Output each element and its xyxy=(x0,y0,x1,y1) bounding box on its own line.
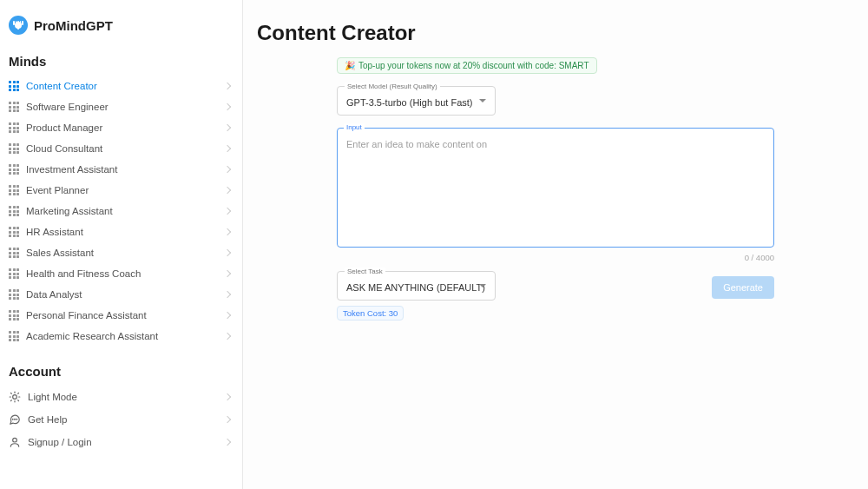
apps-grid-icon xyxy=(9,289,19,300)
minds-list: Content CreatorSoftware EngineerProduct … xyxy=(0,76,242,347)
task-select[interactable]: Select Task ASK ME ANYTHING (DEFAULT) xyxy=(337,271,496,301)
sidebar-item-label: Software Engineer xyxy=(26,102,108,112)
chevron-right-icon xyxy=(224,393,231,400)
promo-banner[interactable]: 🎉 Top-up your tokens now at 20% discount… xyxy=(337,57,597,74)
sidebar-item-mind[interactable]: Academic Research Assistant xyxy=(0,326,242,347)
sidebar-item-label: Investment Assistant xyxy=(26,164,117,175)
sidebar-item-mind[interactable]: Health and Fitness Coach xyxy=(0,263,242,284)
sidebar-item-mind[interactable]: Sales Assistant xyxy=(0,242,242,263)
sidebar-item-label: Sales Assistant xyxy=(26,248,94,258)
apps-grid-icon xyxy=(9,206,19,216)
sidebar-item-mind[interactable]: Content Creator xyxy=(0,76,242,96)
sidebar-item-mind[interactable]: HR Assistant xyxy=(0,221,242,242)
account-list: Light ModeGet HelpSignup / Login xyxy=(0,386,242,453)
sidebar-item-label: Content Creator xyxy=(26,81,97,91)
sidebar-item-account[interactable]: Light Mode xyxy=(0,386,242,408)
sidebar-item-label: Personal Finance Assistant xyxy=(26,310,147,320)
chevron-right-icon xyxy=(224,103,231,110)
apps-grid-icon xyxy=(9,331,19,341)
chat-icon xyxy=(9,413,21,426)
chevron-right-icon xyxy=(224,249,231,256)
user-icon xyxy=(9,436,21,448)
chevron-down-icon xyxy=(479,284,486,287)
sidebar-item-label: Health and Fitness Coach xyxy=(26,268,141,279)
apps-grid-icon xyxy=(9,164,19,175)
form-area: 🎉 Top-up your tokens now at 20% discount… xyxy=(337,57,774,320)
sidebar: ProMindGPT Minds Content CreatorSoftware… xyxy=(0,0,243,489)
chevron-right-icon xyxy=(224,270,231,277)
apps-grid-icon xyxy=(9,310,19,320)
apps-grid-icon xyxy=(9,185,19,195)
task-select-label: Select Task xyxy=(345,268,385,275)
sidebar-item-mind[interactable]: Software Engineer xyxy=(0,96,242,117)
model-select-value: GPT-3.5-turbo (High but Fast) xyxy=(346,97,473,108)
sidebar-item-label: Product Manager xyxy=(26,122,102,133)
minds-section-title: Minds xyxy=(0,50,242,76)
sidebar-item-account[interactable]: Get Help xyxy=(0,408,242,431)
page-title: Content Creator xyxy=(257,21,842,45)
svg-point-0 xyxy=(13,395,17,400)
apps-grid-icon xyxy=(9,227,19,237)
svg-line-5 xyxy=(10,393,11,393)
sidebar-item-label: Signup / Login xyxy=(28,437,92,447)
sidebar-item-label: Light Mode xyxy=(28,392,77,402)
brand-row[interactable]: ProMindGPT xyxy=(0,16,242,50)
sidebar-item-label: Get Help xyxy=(28,414,67,425)
chevron-right-icon xyxy=(224,145,231,152)
apps-grid-icon xyxy=(9,81,19,91)
apps-grid-icon xyxy=(9,102,19,112)
sidebar-item-label: Academic Research Assistant xyxy=(26,331,158,341)
task-col: Select Task ASK ME ANYTHING (DEFAULT) To… xyxy=(337,271,496,320)
sidebar-item-label: Marketing Assistant xyxy=(26,206,113,216)
brand-logo-icon xyxy=(9,16,28,35)
chevron-right-icon xyxy=(224,312,231,319)
apps-grid-icon xyxy=(9,122,19,133)
svg-point-10 xyxy=(15,419,16,420)
svg-line-8 xyxy=(10,400,11,401)
svg-line-6 xyxy=(18,400,19,401)
apps-grid-icon xyxy=(9,268,19,279)
sidebar-item-mind[interactable]: Marketing Assistant xyxy=(0,201,242,221)
idea-input-wrap: Input xyxy=(337,128,774,251)
chevron-right-icon xyxy=(224,333,231,340)
sidebar-item-label: Event Planner xyxy=(26,185,89,195)
svg-point-12 xyxy=(13,438,17,442)
model-select[interactable]: Select Model (Result Quality) GPT-3.5-tu… xyxy=(337,86,496,116)
svg-line-7 xyxy=(18,393,19,393)
promo-text: Top-up your tokens now at 20% discount w… xyxy=(358,61,589,70)
token-cost-badge: Token Cost: 30 xyxy=(337,306,404,320)
chevron-right-icon xyxy=(224,166,231,173)
sidebar-item-mind[interactable]: Data Analyst xyxy=(0,284,242,305)
idea-input[interactable] xyxy=(337,128,774,248)
svg-point-11 xyxy=(16,419,17,420)
svg-point-9 xyxy=(12,419,13,420)
sidebar-item-label: Cloud Consultant xyxy=(26,143,102,154)
sidebar-item-mind[interactable]: Cloud Consultant xyxy=(0,138,242,159)
sidebar-item-mind[interactable]: Investment Assistant xyxy=(0,159,242,180)
account-section-title: Account xyxy=(0,360,242,386)
generate-button[interactable]: Generate xyxy=(712,276,774,299)
sidebar-item-mind[interactable]: Personal Finance Assistant xyxy=(0,305,242,326)
model-select-label: Select Model (Result Quality) xyxy=(345,83,440,90)
chevron-right-icon xyxy=(224,187,231,194)
brand-name: ProMindGPT xyxy=(34,18,113,33)
sidebar-item-label: Data Analyst xyxy=(26,289,82,300)
sidebar-item-mind[interactable]: Product Manager xyxy=(0,117,242,138)
chevron-right-icon xyxy=(224,291,231,298)
chevron-right-icon xyxy=(224,83,231,89)
party-popper-icon: 🎉 xyxy=(345,61,355,70)
main-content: Content Creator 🎉 Top-up your tokens now… xyxy=(243,0,868,489)
task-select-value: ASK ME ANYTHING (DEFAULT) xyxy=(346,282,485,293)
chevron-down-icon xyxy=(479,99,486,102)
char-count: 0 / 4000 xyxy=(337,253,774,262)
sun-icon xyxy=(9,391,21,403)
chevron-right-icon xyxy=(224,416,231,423)
chevron-right-icon xyxy=(224,124,231,131)
sidebar-item-mind[interactable]: Event Planner xyxy=(0,180,242,201)
sidebar-item-account[interactable]: Signup / Login xyxy=(0,431,242,453)
chevron-right-icon xyxy=(224,228,231,235)
sidebar-item-label: HR Assistant xyxy=(26,227,83,237)
idea-input-label: Input xyxy=(344,123,365,131)
apps-grid-icon xyxy=(9,143,19,154)
apps-grid-icon xyxy=(9,248,19,258)
